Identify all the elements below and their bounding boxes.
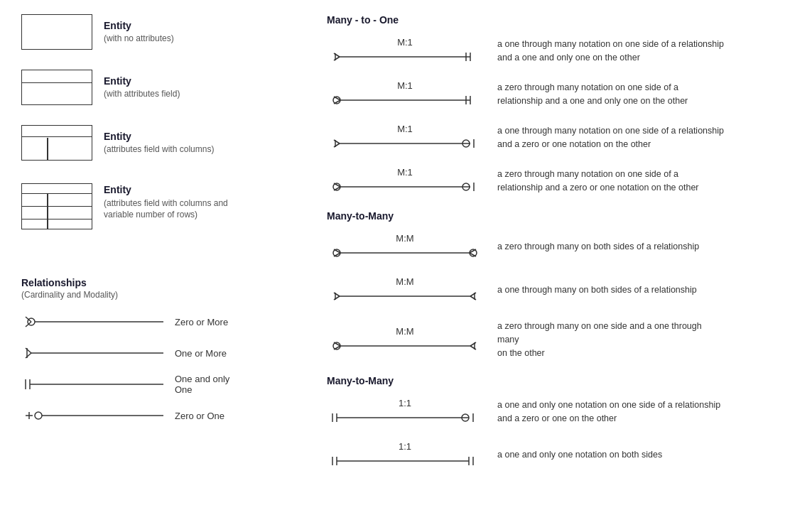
mto-row-3: M:1 a one through many notation on one s… bbox=[327, 124, 725, 151]
svg-line-56 bbox=[470, 293, 476, 296]
mto-svg-1: M:1 bbox=[327, 37, 483, 65]
mtm-svg-3: M:M bbox=[327, 326, 483, 354]
zero-or-more-row: Zero or More bbox=[21, 311, 234, 332]
entity-with-cols-row: Entity (attributes field with columns) bbox=[21, 125, 263, 161]
svg-line-30 bbox=[334, 140, 340, 143]
mto-row-2: M:1 a zero through many notation on one … bbox=[327, 80, 725, 108]
zero-or-more-symbol bbox=[21, 311, 163, 332]
entity-with-attr-row: Entity (with attributes field) bbox=[21, 70, 263, 105]
zero-or-one-row: Zero or One bbox=[21, 405, 234, 426]
one-or-more-symbol bbox=[21, 342, 163, 364]
one-and-only-one-row: One and onlyOne bbox=[21, 374, 234, 395]
mto-svg-2: M:1 bbox=[327, 80, 483, 108]
mtm-row-1: M:M a zero through many on both sides of… bbox=[327, 233, 725, 261]
svg-text:M:1: M:1 bbox=[397, 37, 413, 48]
svg-line-2 bbox=[26, 322, 31, 327]
svg-line-64 bbox=[470, 342, 476, 346]
mto-svg-4: M:1 bbox=[327, 167, 483, 195]
svg-point-13 bbox=[35, 412, 42, 419]
svg-text:M:M: M:M bbox=[396, 326, 413, 337]
svg-text:M:1: M:1 bbox=[397, 124, 413, 134]
zero-or-one-symbol bbox=[21, 405, 163, 426]
svg-line-1 bbox=[26, 317, 31, 322]
many-to-many-section: Many-to-Many M:M bbox=[327, 210, 725, 359]
svg-line-5 bbox=[26, 353, 31, 358]
svg-text:1:1: 1:1 bbox=[399, 398, 411, 408]
entity-no-attr-label: Entity (with no attributes) bbox=[104, 19, 174, 45]
entities-section: Entity (with no attributes) Entity (with… bbox=[21, 14, 263, 249]
mto-row-4: M:1 a zero through many notation on one … bbox=[327, 167, 725, 195]
svg-line-4 bbox=[26, 348, 31, 353]
mtm-row-3: M:M a zero through many on one side and … bbox=[327, 320, 725, 359]
many-to-one-section: Many - to - One M:1 a one throu bbox=[327, 14, 725, 484]
one-or-more-row: One or More bbox=[21, 342, 234, 364]
oto-svg-2: 1:1 bbox=[327, 441, 483, 469]
svg-line-31 bbox=[334, 143, 340, 147]
svg-line-52 bbox=[334, 293, 340, 296]
one-to-one-section: Many-to-Many 1:1 a one and only on bbox=[327, 375, 725, 469]
mto-row-1: M:1 a one through many notation on one s… bbox=[327, 37, 725, 65]
svg-line-17 bbox=[334, 57, 340, 60]
svg-line-16 bbox=[334, 53, 340, 57]
entity-with-attr-box bbox=[21, 70, 92, 105]
one-or-more-svg bbox=[21, 342, 163, 364]
svg-text:1:1: 1:1 bbox=[399, 441, 411, 452]
entity-with-attr-label: Entity (with attributes field) bbox=[104, 75, 180, 100]
entity-with-rows-label: Entity (attributes field with columns an… bbox=[104, 183, 228, 221]
one-only-svg bbox=[21, 374, 163, 395]
entity-with-rows-box bbox=[21, 183, 92, 229]
one-and-only-one-symbol bbox=[21, 374, 163, 395]
zero-or-more-svg bbox=[21, 311, 163, 332]
mtm-svg-1: M:M bbox=[327, 233, 483, 261]
svg-line-53 bbox=[334, 296, 340, 300]
svg-text:M:1: M:1 bbox=[397, 167, 413, 178]
mtm-svg-2: M:M bbox=[327, 276, 483, 304]
mtm-row-2: M:M a one through many on both sides of … bbox=[327, 276, 725, 304]
main-page: { "entities": [ { "id": "entity-no-attr"… bbox=[0, 0, 812, 515]
svg-line-57 bbox=[470, 296, 476, 300]
entity-with-cols-label: Entity (attributes field with columns) bbox=[104, 130, 214, 156]
oto-row-2: 1:1 a one and only one notation on both … bbox=[327, 441, 725, 469]
mto-svg-3: M:1 bbox=[327, 124, 483, 151]
svg-text:M:1: M:1 bbox=[397, 80, 413, 91]
relationships-section: Relationships (Cardinality and Modality)… bbox=[21, 277, 234, 436]
svg-text:M:M: M:M bbox=[396, 276, 413, 287]
svg-line-65 bbox=[470, 346, 476, 349]
oto-svg-1: 1:1 bbox=[327, 398, 483, 425]
entity-with-cols-box bbox=[21, 125, 92, 161]
svg-text:M:M: M:M bbox=[396, 233, 413, 244]
entity-with-rows-row: Entity (attributes field with columns an… bbox=[21, 180, 263, 229]
oto-row-1: 1:1 a one and only one notation on one s… bbox=[327, 398, 725, 425]
zero-or-one-svg bbox=[21, 405, 163, 426]
entity-no-attr-box bbox=[21, 14, 92, 50]
entity-no-attr-row: Entity (with no attributes) bbox=[21, 14, 263, 50]
